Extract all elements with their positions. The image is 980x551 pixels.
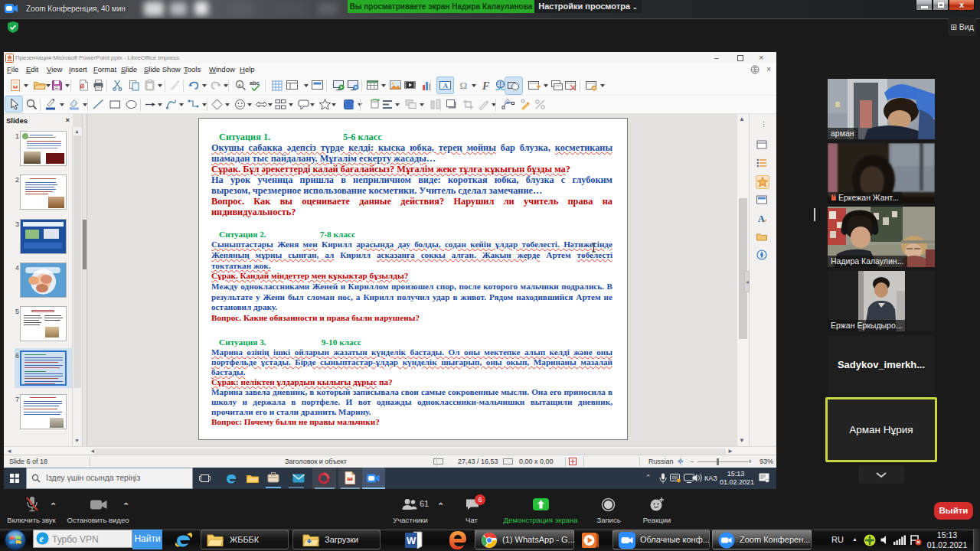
svg-text:A: A (443, 82, 449, 90)
svg-text:a: a (238, 83, 241, 87)
svg-text:A: A (758, 214, 765, 224)
svg-text:abc: abc (250, 80, 260, 86)
svg-text:W: W (407, 535, 416, 546)
svg-text:F: F (482, 80, 490, 92)
svg-text:Ω: Ω (459, 80, 467, 91)
svg-text:e: e (40, 533, 44, 544)
